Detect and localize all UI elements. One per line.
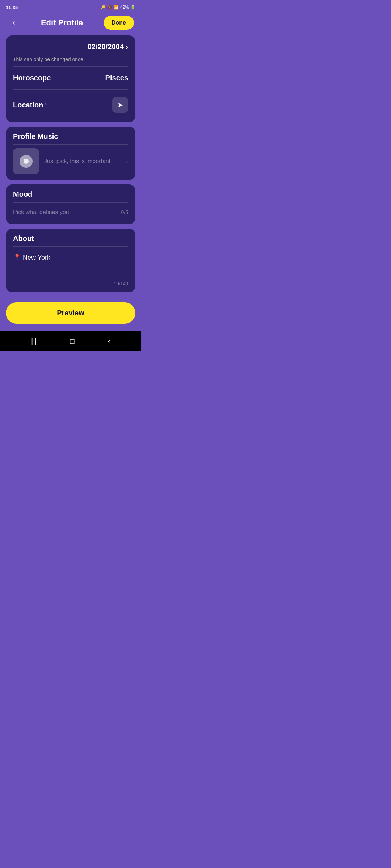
location-required: * <box>45 102 47 108</box>
date-row[interactable]: 02/20/2004 › <box>13 39 128 56</box>
mood-picker-row[interactable]: Pick what defines you 0/5 <box>13 206 128 218</box>
music-placeholder-text: Just pick, this is important <box>44 158 110 165</box>
status-bar: 11:35 🔑 🔇 📶 42% 🔋 <box>0 0 141 13</box>
about-text[interactable]: 📍 New York <box>13 254 50 261</box>
music-disc-icon <box>20 155 33 168</box>
mute-icon: 🔇 <box>107 5 112 10</box>
about-card: About 📍 New York 10/140 <box>6 229 135 292</box>
page-title: Edit Profile <box>41 18 83 27</box>
about-divider <box>13 246 128 247</box>
location-detect-button[interactable]: ➤ <box>112 97 128 113</box>
about-char-count: 10/140 <box>114 281 128 286</box>
profile-music-card: Profile Music Just pick, this is importa… <box>6 127 135 180</box>
music-left-group: Just pick, this is important <box>13 148 110 174</box>
music-disc-inner <box>24 159 29 164</box>
home-icon[interactable]: □ <box>70 337 74 345</box>
done-button[interactable]: Done <box>104 16 134 30</box>
back-button[interactable]: ‹ <box>7 16 20 29</box>
location-row[interactable]: Location * ➤ <box>13 93 128 116</box>
battery-icon: 🔋 <box>130 5 135 10</box>
mood-title: Mood <box>13 190 128 199</box>
location-arrow-icon: ➤ <box>117 101 123 109</box>
battery-indicator: 42% <box>120 5 129 10</box>
mood-count: 0/5 <box>121 209 128 215</box>
preview-section: Preview <box>0 298 141 331</box>
change-once-notice: This can only be changed once <box>13 56 83 62</box>
date-value: 02/20/2004 › <box>88 43 128 51</box>
divider-2 <box>13 89 128 90</box>
mood-divider <box>13 202 128 203</box>
location-label: Location <box>13 101 43 109</box>
horoscope-label: Horoscope <box>13 74 51 82</box>
about-content-area: 📍 New York 10/140 <box>13 250 128 286</box>
horoscope-row[interactable]: Horoscope Pisces <box>13 70 128 86</box>
music-chevron-icon: › <box>126 157 128 166</box>
key-icon: 🔑 <box>101 5 106 10</box>
status-icons: 🔑 🔇 📶 42% 🔋 <box>101 5 135 10</box>
profile-info-card: 02/20/2004 › This can only be changed on… <box>6 35 135 122</box>
music-divider <box>13 144 128 145</box>
back-icon: ‹ <box>12 18 15 27</box>
horoscope-value: Pisces <box>105 74 128 82</box>
status-time: 11:35 <box>6 5 18 10</box>
page-header: ‹ Edit Profile Done <box>0 13 141 35</box>
music-thumbnail <box>13 148 39 174</box>
profile-music-title: Profile Music <box>13 132 128 141</box>
location-label-group: Location * <box>13 101 47 109</box>
recent-apps-icon[interactable]: ||| <box>31 337 37 345</box>
mood-placeholder-text: Pick what defines you <box>13 209 69 216</box>
back-nav-icon[interactable]: ‹ <box>108 337 110 345</box>
preview-button[interactable]: Preview <box>6 302 135 324</box>
bottom-nav-bar: ||| □ ‹ <box>0 331 141 351</box>
music-picker-row[interactable]: Just pick, this is important › <box>13 148 128 174</box>
mood-card: Mood Pick what defines you 0/5 <box>6 184 135 224</box>
divider-1 <box>13 66 128 67</box>
main-content: 02/20/2004 › This can only be changed on… <box>0 35 141 298</box>
about-title: About <box>13 234 128 243</box>
wifi-icon: 📶 <box>114 5 119 10</box>
